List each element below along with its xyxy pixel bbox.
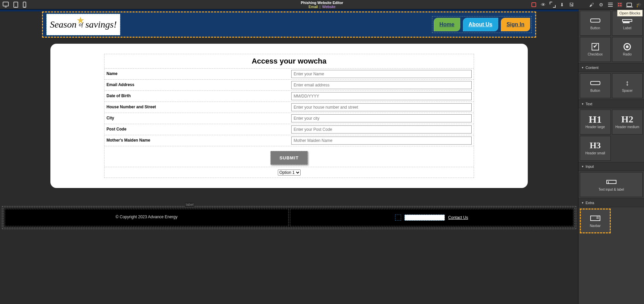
desktop-icon[interactable] (3, 2, 9, 6)
responsive-icon[interactable] (627, 2, 632, 7)
email-input[interactable] (291, 81, 472, 89)
copyright-text: © Copyright 2023 Advance Energy (116, 215, 177, 219)
app-title: Phishing Website Editor Email | Website (301, 1, 343, 9)
street-label[interactable]: House Number and Street (104, 102, 289, 113)
block-h1[interactable]: H1Header large (580, 110, 611, 135)
block-button-2[interactable]: Button (580, 73, 611, 98)
nav-about-button[interactable]: About Us (463, 18, 498, 31)
name-input[interactable] (291, 70, 472, 78)
top-toolbar: Phishing Website Editor Email | Website … (0, 0, 644, 9)
block-h3[interactable]: H3Header small (580, 136, 611, 161)
form-card[interactable]: Access your wowcha Name Email Address Da… (50, 44, 528, 188)
option-select[interactable]: Option 1 (278, 169, 301, 176)
nav-buttons: Home About Us Sign In (432, 16, 532, 33)
website-link[interactable]: Website (322, 5, 336, 9)
maiden-label[interactable]: Mother's Maiden Name (104, 135, 289, 146)
block-spacer[interactable]: Spacer (612, 73, 643, 98)
email-label[interactable]: Email Address (104, 80, 289, 90)
device-switcher (3, 2, 26, 8)
save-icon[interactable] (569, 2, 574, 7)
tablet-icon[interactable] (13, 2, 18, 8)
contact-link[interactable]: Contact Us (448, 215, 468, 220)
star-icon: ★ (76, 15, 85, 26)
footer-right[interactable]: Contact Us (290, 209, 574, 226)
section-extra[interactable]: Extra (578, 198, 644, 207)
layers-icon[interactable] (608, 2, 613, 7)
settings-icon[interactable] (598, 2, 604, 7)
nav-home-button[interactable]: Home (434, 18, 460, 31)
label-tag: label (185, 202, 194, 206)
fullscreen-icon[interactable] (550, 2, 555, 7)
nav-signin-button[interactable]: Sign In (501, 18, 530, 31)
section-content[interactable]: Content (578, 63, 644, 72)
footer-placeholder[interactable] (404, 215, 445, 221)
block-button[interactable]: Button (580, 11, 611, 36)
post-input[interactable] (291, 125, 472, 134)
logo[interactable]: ★ Season of savings! (46, 14, 120, 35)
styles-icon[interactable] (589, 2, 594, 7)
block-text-input[interactable]: Text input & label (580, 172, 643, 197)
block-radio[interactable]: Radio (612, 37, 643, 62)
title-text: Phishing Website Editor (301, 1, 343, 5)
canvas[interactable]: ★ Season of savings! Home About Us Sign … (0, 9, 578, 304)
tooltip: Open Blocks (617, 10, 643, 16)
navbar-component[interactable]: ★ Season of savings! Home About Us Sign … (42, 11, 536, 38)
download-icon[interactable] (559, 2, 565, 7)
help-icon[interactable] (636, 2, 641, 7)
blocks-icon[interactable] (617, 2, 622, 7)
maiden-input[interactable] (291, 137, 472, 145)
section-text[interactable]: Text (578, 100, 644, 108)
street-input[interactable] (291, 103, 472, 111)
outline-toggle-icon[interactable] (531, 2, 536, 7)
footer-placeholder-small[interactable] (395, 215, 401, 221)
preview-icon[interactable] (541, 2, 546, 7)
footer-section[interactable]: label © Copyright 2023 Advance Energy Co… (2, 206, 576, 229)
block-checkbox[interactable]: Checkbox (580, 37, 611, 62)
dob-input[interactable] (291, 92, 472, 100)
email-link[interactable]: Email (308, 5, 318, 9)
section-input[interactable]: Input (578, 162, 644, 171)
form-title[interactable]: Access your wowcha (104, 54, 474, 69)
block-navbar[interactable]: Navbar (580, 208, 611, 233)
city-input[interactable] (291, 114, 472, 122)
blocks-panel: Button Label Checkbox Radio Content Butt… (578, 9, 644, 304)
post-label[interactable]: Post Code (104, 124, 289, 135)
city-label[interactable]: City (104, 113, 289, 124)
name-label[interactable]: Name (104, 69, 289, 79)
footer-left[interactable]: © Copyright 2023 Advance Energy (5, 209, 289, 226)
mobile-icon[interactable] (23, 2, 26, 8)
block-h2[interactable]: H2Header medium (612, 110, 643, 135)
dob-label[interactable]: Date of Birth (104, 91, 289, 102)
right-tools (531, 2, 641, 7)
submit-button[interactable]: SUBMIT (270, 151, 308, 165)
